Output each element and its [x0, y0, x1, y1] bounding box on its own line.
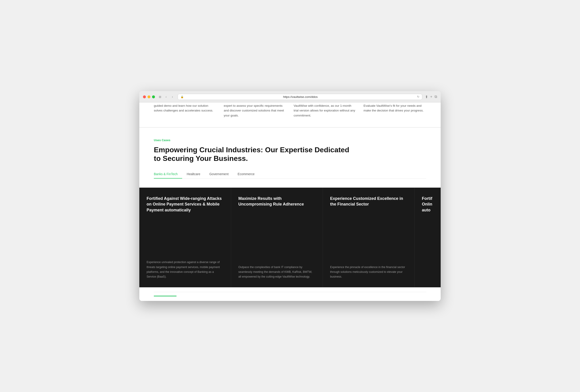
tab-healthcare[interactable]: Healtcare	[182, 170, 205, 179]
browser-content: guided demo and learn how our solution s…	[139, 102, 441, 301]
top-col-1-text: guided demo and learn how our solution s…	[154, 104, 213, 112]
minimize-button[interactable]	[147, 95, 150, 98]
share-icon[interactable]: ⬆	[425, 95, 428, 99]
new-tab-icon[interactable]: +	[430, 95, 432, 99]
close-button[interactable]	[143, 95, 146, 98]
forward-button[interactable]: ›	[170, 94, 175, 99]
card-2-title: Maximize Results with Uncompromising Rul…	[238, 196, 315, 265]
tab-overview-icon[interactable]: ⊞	[158, 95, 162, 99]
card-4-partial-title: FortifOnlinauto	[422, 196, 434, 279]
browser-nav: ⊞ ‹ ›	[158, 94, 175, 99]
card-2-description: Outpace the complexities of bank IT comp…	[238, 265, 315, 279]
top-col-4-text: Evaluate VaultWise's fit for your needs …	[364, 104, 424, 112]
card-3-description: Experience the pinnacle of excellence in…	[330, 265, 407, 279]
card-2: Maximize Results with Uncompromising Rul…	[231, 188, 323, 287]
maximize-button[interactable]	[152, 95, 155, 98]
card-1-description: Experience unrivaled protection against …	[146, 260, 224, 279]
tab-banks-fintech[interactable]: Banks & FinTech	[154, 170, 182, 179]
use-cases-section: Uses Cases Empowering Crucial Industries…	[139, 128, 441, 179]
card-3-title: Experience Customized Excellence in the …	[330, 196, 407, 265]
tabs-icon[interactable]: ⧉	[435, 95, 437, 99]
url-text: https://vaultwise.com/ddos	[185, 95, 416, 99]
traffic-lights	[143, 95, 155, 98]
top-col-1: guided demo and learn how our solution s…	[154, 102, 217, 118]
top-col-2-text: expert to assess your specific requireme…	[224, 104, 284, 117]
top-col-3-text: VaultWise with confidence, as our 1-mont…	[294, 104, 355, 117]
tab-ecommerce[interactable]: Ecommerce	[233, 170, 259, 179]
lock-icon: 🔒	[181, 95, 184, 98]
browser-window: ⊞ ‹ › 🔒 https://vaultwise.com/ddos ↻ ⬆ +…	[139, 91, 441, 301]
card-4-partial: FortifOnlinauto	[415, 188, 441, 287]
tab-government[interactable]: Governement	[205, 170, 233, 179]
address-bar[interactable]: 🔒 https://vaultwise.com/ddos ↻	[178, 94, 422, 100]
card-3: Experience Customized Excellence in the …	[323, 188, 415, 287]
top-col-4: Evaluate VaultWise's fit for your needs …	[364, 102, 427, 118]
browser-chrome: ⊞ ‹ › 🔒 https://vaultwise.com/ddos ↻ ⬆ +…	[139, 91, 441, 102]
refresh-icon[interactable]: ↻	[417, 95, 419, 98]
top-section: guided demo and learn how our solution s…	[139, 102, 441, 127]
card-1-title: Fortified Against Wide-ranging Attacks o…	[146, 196, 224, 260]
card-1: Fortified Against Wide-ranging Attacks o…	[139, 188, 231, 287]
back-button[interactable]: ‹	[163, 94, 168, 99]
browser-actions: ⬆ + ⧉	[425, 95, 437, 99]
top-col-3: VaultWise with confidence, as our 1-mont…	[294, 102, 356, 118]
top-col-2: expert to assess your specific requireme…	[224, 102, 287, 118]
section-tag: Uses Cases	[154, 138, 426, 142]
tabs-container: Banks & FinTech Healtcare Governement Ec…	[154, 170, 426, 179]
section-title: Empowering Crucial Industries: Our Exper…	[154, 145, 358, 163]
cards-container: Fortified Against Wide-ranging Attacks o…	[139, 188, 441, 287]
